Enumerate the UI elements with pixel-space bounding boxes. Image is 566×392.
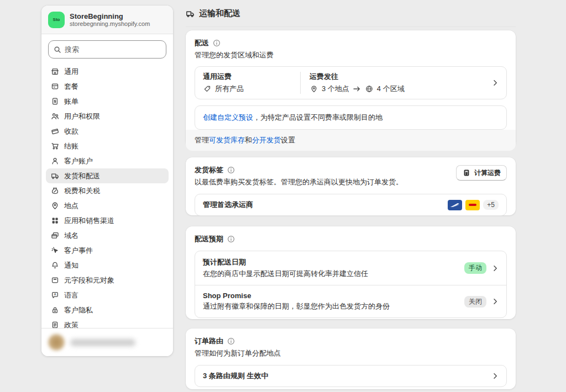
sidebar-item-label: 发货和配送 xyxy=(64,171,100,181)
preferred-carriers-row[interactable]: 管理首选承运商 +5 xyxy=(195,194,507,216)
zones-count: 4 个区域 xyxy=(377,84,405,94)
locations-icon xyxy=(50,202,59,210)
vertical-divider xyxy=(300,72,301,94)
store-icon xyxy=(50,67,59,76)
store-name: StoreBeginning xyxy=(70,12,150,20)
shop-promise-row[interactable]: Shop Promise 通过附有徽章和保障的日期，彰显您作为出色发货方的身份 … xyxy=(195,285,506,317)
page-title: 运输和配送 xyxy=(199,8,240,19)
shop-promise-right: 关闭 xyxy=(464,296,499,308)
search-area xyxy=(41,34,173,62)
store-header: Sto StoreBeginning storebegnning.myshopi… xyxy=(41,6,173,34)
footer-text: 设置 xyxy=(281,136,295,144)
plan-icon xyxy=(50,82,59,91)
more-carriers-badge: +5 xyxy=(483,200,499,210)
info-icon[interactable] xyxy=(227,166,235,174)
shop-promise-text: Shop Promise 通过附有徽章和保障的日期，彰显您作为出色发货方的身份 xyxy=(203,292,390,311)
sidebar-item-label: 客户事件 xyxy=(64,246,93,256)
user-profile-footer[interactable] xyxy=(41,328,173,356)
all-products-text: 所有产品 xyxy=(215,84,244,94)
estimated-delivery-desc: 在您的商店中显示配送日期可提高转化率并建立信任 xyxy=(203,269,368,279)
calculate-shipping-button[interactable]: 计算运费 xyxy=(456,165,507,181)
sidebar-item-languages[interactable]: A 语言 xyxy=(46,288,169,303)
delivery-expectations-card: 配送预期 预计配送日期 在您的商店中显示配送日期可提高转化率并建立信任 手动 xyxy=(186,226,516,319)
dhl-logo xyxy=(465,200,480,210)
general-rates-title: 通用运费 xyxy=(203,72,291,82)
info-icon[interactable] xyxy=(227,337,235,345)
calculate-shipping-label: 计算运费 xyxy=(474,168,501,178)
order-routing-card: 订单路由 管理如何为新订单分配地点 3 条路由规则 生效中 xyxy=(186,329,516,389)
billing-icon xyxy=(50,97,59,105)
sidebar-item-customer-privacy[interactable]: 客户隐私 xyxy=(46,303,169,317)
delivery-card: 配送 管理您的发货区域和运费 通用运费 所有产品 运费发往 3 xyxy=(186,30,516,148)
settings-nav: 通用 套餐 账单 用户和权限 收款 结账 xyxy=(41,62,173,332)
general-rates-value: 所有产品 xyxy=(203,84,291,94)
sidebar-item-taxes-duties[interactable]: 税费和关税 xyxy=(46,183,169,198)
sidebar-item-checkout[interactable]: 结账 xyxy=(46,139,169,153)
sidebar-item-apps-channels[interactable]: 应用和销售渠道 xyxy=(46,213,169,228)
user-avatar xyxy=(48,334,65,351)
labels-card-header: 发货标签 以最低费率购买发货标签。管理您的承运商以更快地为订单发货。 计算运费 xyxy=(195,165,507,187)
status-badge-off: 关闭 xyxy=(464,296,486,308)
sidebar-item-locations[interactable]: 地点 xyxy=(46,198,169,213)
routing-card-body: 订单路由 管理如何为新订单分配地点 3 条路由规则 生效中 xyxy=(186,329,516,392)
custom-preset-row: 创建自定义预设，为特定产品设置不同费率或限制目的地 xyxy=(195,105,507,130)
split-shipping-link[interactable]: 分开发货 xyxy=(252,136,281,144)
shipping-truck-icon xyxy=(50,172,59,180)
shipping-rates-row[interactable]: 通用运费 所有产品 运费发往 3 个地点 4 个区域 xyxy=(195,66,507,99)
search-input[interactable] xyxy=(65,45,162,54)
customer-accounts-icon xyxy=(50,157,59,165)
shipping-truck-icon xyxy=(186,9,195,19)
sidebar-item-label: 元字段和元对象 xyxy=(64,276,114,285)
footer-text: 和 xyxy=(245,136,252,144)
sidebar-item-label: 语言 xyxy=(64,290,78,300)
shipping-labels-card: 发货标签 以最低费率购买发货标签。管理您的承运商以更快地为订单发货。 计算运费 … xyxy=(186,157,516,215)
estimated-delivery-text: 预计配送日期 在您的商店中显示配送日期可提高转化率并建立信任 xyxy=(203,257,368,279)
apps-icon xyxy=(50,216,59,225)
chevron-right-icon xyxy=(492,80,499,86)
sidebar-item-payments[interactable]: 收款 xyxy=(46,124,169,139)
shop-promise-title: Shop Promise xyxy=(203,292,390,300)
search-box[interactable] xyxy=(48,40,166,59)
labels-title-row: 发货标签 xyxy=(195,165,403,175)
svg-text:A: A xyxy=(54,293,56,296)
sidebar-item-customer-events[interactable]: 客户事件 xyxy=(46,243,169,258)
routing-card-title: 订单路由 xyxy=(195,336,223,346)
labels-card-text: 发货标签 以最低费率购买发货标签。管理您的承运商以更快地为订单发货。 xyxy=(195,165,403,187)
sidebar-item-plan[interactable]: 套餐 xyxy=(46,79,169,94)
labels-card-subtitle: 以最低费率购买发货标签。管理您的承运商以更快地为订单发货。 xyxy=(195,177,403,187)
delivery-card-title: 配送 xyxy=(195,38,209,48)
globe-icon xyxy=(365,85,374,93)
sidebar-item-billing[interactable]: 账单 xyxy=(46,94,169,109)
custom-preset-text: ，为特定产品设置不同费率或限制目的地 xyxy=(253,113,382,121)
tag-icon xyxy=(203,85,212,93)
preferred-carriers-label: 管理首选承运商 xyxy=(203,200,253,210)
routing-card-subtitle: 管理如何为新订单分配地点 xyxy=(195,348,507,358)
ship-to-value: 3 个地点 4 个区域 xyxy=(310,84,492,94)
metafields-icon xyxy=(50,276,59,284)
sidebar-item-shipping-delivery[interactable]: 发货和配送 xyxy=(46,168,169,183)
estimated-delivery-title: 预计配送日期 xyxy=(203,257,368,267)
sidebar-item-customer-accounts[interactable]: 客户账户 xyxy=(46,153,169,168)
routing-title-row: 订单路由 xyxy=(195,336,507,346)
settings-sidebar: Sto StoreBeginning storebegnning.myshopi… xyxy=(41,6,173,356)
info-icon[interactable] xyxy=(227,235,235,243)
general-rates-col: 通用运费 所有产品 xyxy=(203,72,291,94)
settings-page: Sto StoreBeginning storebegnning.myshopi… xyxy=(0,0,566,392)
store-info: StoreBeginning storebegnning.myshopify.c… xyxy=(70,12,150,28)
sidebar-item-users-permissions[interactable]: 用户和权限 xyxy=(46,109,169,124)
locations-count: 3 个地点 xyxy=(322,84,349,94)
info-icon[interactable] xyxy=(212,39,221,47)
sidebar-item-label: 通知 xyxy=(64,261,78,271)
sidebar-item-general[interactable]: 通用 xyxy=(46,64,169,79)
store-domain: storebegnning.myshopify.com xyxy=(70,20,150,28)
shippable-inventory-link[interactable]: 可发货库存 xyxy=(209,136,245,144)
store-avatar: Sto xyxy=(48,12,65,28)
sidebar-item-notifications[interactable]: 通知 xyxy=(46,258,169,273)
routing-rules-row[interactable]: 3 条路由规则 生效中 xyxy=(195,365,507,387)
languages-icon: A xyxy=(50,291,59,299)
create-custom-preset-link[interactable]: 创建自定义预设 xyxy=(203,113,253,121)
sidebar-item-metafields[interactable]: 元字段和元对象 xyxy=(46,273,169,288)
delivery-card-title-row: 配送 xyxy=(195,38,507,48)
sidebar-item-domains[interactable]: 域名 xyxy=(46,228,169,243)
estimated-delivery-dates-row[interactable]: 预计配送日期 在您的商店中显示配送日期可提高转化率并建立信任 手动 xyxy=(195,251,506,285)
